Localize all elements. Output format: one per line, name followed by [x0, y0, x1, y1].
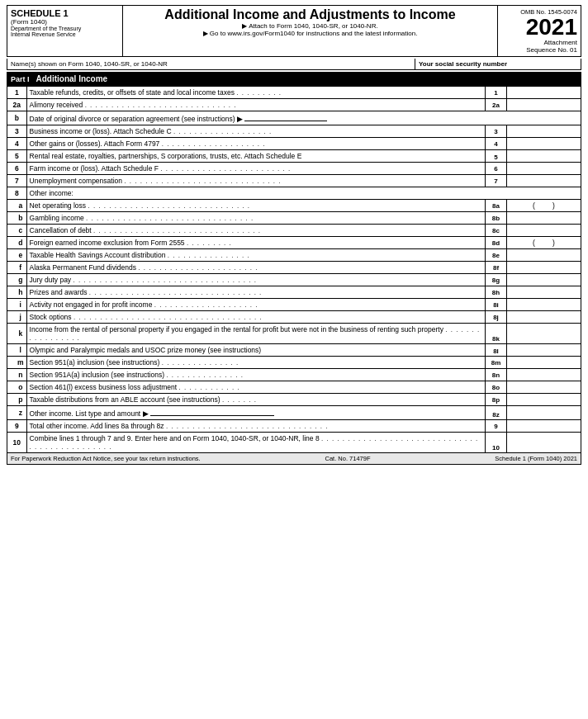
table-row: e Taxable Health Savings Account distrib… [7, 249, 581, 262]
line-num-3: 3 [7, 125, 27, 138]
input-6[interactable] [507, 163, 581, 175]
table-row: 5 Rental real estate, royalties, partner… [7, 150, 581, 163]
form-ref: (Form 1040) [11, 18, 119, 26]
line-num-8z: z [7, 406, 27, 420]
part1-label: Part I [11, 75, 30, 83]
input-3[interactable] [507, 125, 581, 138]
line-desc-8g: Jury duty pay . . . . . . . . . . . . . … [26, 274, 485, 286]
line-num-5: 5 [7, 150, 27, 163]
input-10[interactable] [507, 433, 581, 453]
line-num-4: 4 [7, 138, 27, 150]
line-num-10: 10 [7, 433, 27, 453]
table-row: z Other income. List type and amount ▶ 8… [7, 406, 581, 420]
input-1[interactable] [507, 87, 581, 99]
line-box-8p: 8p [486, 394, 507, 406]
line-box-8o: 8o [486, 381, 507, 394]
line-desc-8e: Taxable Health Savings Account distribut… [26, 249, 485, 262]
input-8a[interactable]: ( ) [507, 200, 581, 212]
line-num-8l: l [7, 344, 27, 357]
input-8c[interactable] [507, 225, 581, 237]
input-8d[interactable]: ( ) [507, 237, 581, 249]
line-box-8b: 8b [486, 212, 507, 225]
table-row: k Income from the rental of personal pro… [7, 324, 581, 344]
line-num-1: 1 [7, 87, 27, 99]
table-row: 1 Taxable refunds, credits, or offsets o… [7, 87, 581, 99]
line-desc-8c: Cancellation of debt . . . . . . . . . .… [26, 225, 485, 237]
line-desc-2b: Date of original divorce or separation a… [26, 111, 581, 125]
line-num-8a: a [7, 200, 27, 212]
line-box-2a: 2a [486, 99, 507, 111]
line-num-6: 6 [7, 163, 27, 175]
line-box-8j: 8j [486, 311, 507, 324]
table-row: g Jury duty pay . . . . . . . . . . . . … [7, 274, 581, 286]
table-row: b Gambling income . . . . . . . . . . . … [7, 212, 581, 225]
line-num-8m: m [7, 357, 27, 369]
table-row: d Foreign earned income exclusion from F… [7, 237, 581, 249]
line-num-8f: f [7, 262, 27, 274]
input-8b[interactable] [507, 212, 581, 225]
line-num-8e: e [7, 249, 27, 262]
input-8i[interactable] [507, 299, 581, 311]
line-desc-8a: Net operating loss . . . . . . . . . . .… [26, 200, 485, 212]
footer-center: Cat. No. 71479F [325, 455, 371, 462]
input-8z[interactable] [507, 406, 581, 420]
input-4[interactable] [507, 138, 581, 150]
input-8j[interactable] [507, 311, 581, 324]
input-8e[interactable] [507, 249, 581, 262]
line-desc-8z: Other income. List type and amount ▶ [26, 406, 485, 420]
input-9[interactable] [507, 420, 581, 433]
line-box-8l: 8l [486, 344, 507, 357]
footer-right: Schedule 1 (Form 1040) 2021 [495, 455, 577, 462]
line-box-8e: 8e [486, 249, 507, 262]
header-left: SCHEDULE 1 (Form 1040) Department of the… [7, 6, 123, 56]
line-box-7: 7 [486, 175, 507, 187]
line-num-8p: p [7, 394, 27, 406]
line-desc-8j: Stock options . . . . . . . . . . . . . … [26, 311, 485, 324]
input-8m[interactable] [507, 357, 581, 369]
table-row: m Section 951(a) inclusion (see instruct… [7, 357, 581, 369]
footer: For Paperwork Reduction Act Notice, see … [7, 453, 581, 465]
line-box-5: 5 [486, 150, 507, 163]
line-box-8d: 8d [486, 237, 507, 249]
part1-header: Part I Additional Income [7, 72, 581, 86]
line-box-8i: 8i [486, 299, 507, 311]
input-8k[interactable] [507, 324, 581, 344]
line-box-8g: 8g [486, 274, 507, 286]
page: SCHEDULE 1 (Form 1040) Department of the… [0, 0, 588, 470]
input-8h[interactable] [507, 286, 581, 299]
table-row: 2a Alimony received . . . . . . . . . . … [7, 99, 581, 111]
line-box-3: 3 [486, 125, 507, 138]
line-num-7: 7 [7, 175, 27, 187]
input-2a[interactable] [507, 99, 581, 111]
input-8g[interactable] [507, 274, 581, 286]
table-row: j Stock options . . . . . . . . . . . . … [7, 311, 581, 324]
table-row: 7 Unemployment compensation . . . . . . … [7, 175, 581, 187]
line-desc-8n: Section 951A(a) inclusion (see instructi… [26, 369, 485, 381]
line-desc-6: Farm income or (loss). Attach Schedule F… [26, 163, 485, 175]
input-8n[interactable] [507, 369, 581, 381]
line-num-8c: c [7, 225, 27, 237]
table-row: 10 Combine lines 1 through 7 and 9. Ente… [7, 433, 581, 453]
line-box-10: 10 [486, 433, 507, 453]
footer-left: For Paperwork Reduction Act Notice, see … [11, 455, 201, 462]
input-7[interactable] [507, 175, 581, 187]
line-box-4: 4 [486, 138, 507, 150]
input-5[interactable] [507, 150, 581, 163]
form-table: 1 Taxable refunds, credits, or offsets o… [7, 86, 581, 453]
input-8o[interactable] [507, 381, 581, 394]
input-8p[interactable] [507, 394, 581, 406]
name-row: Name(s) shown on Form 1040, 1040-SR, or … [7, 59, 581, 70]
line-desc-8k: Income from the rental of personal prope… [26, 324, 485, 344]
line-box-8c: 8c [486, 225, 507, 237]
line-box-8h: 8h [486, 286, 507, 299]
line-desc-10: Combine lines 1 through 7 and 9. Enter h… [26, 433, 485, 453]
attach-line2: ▶ Go to www.irs.gov/Form1040 for instruc… [126, 30, 494, 37]
input-8f[interactable] [507, 262, 581, 274]
line-num-8o: o [7, 381, 27, 394]
line-desc-8p: Taxable distributions from an ABLE accou… [26, 394, 485, 406]
input-8l[interactable] [507, 344, 581, 357]
schedule-title: SCHEDULE 1 [11, 8, 119, 18]
line-box-8z: 8z [486, 406, 507, 420]
attachment: Attachment [501, 39, 577, 46]
line-num-9: 9 [7, 420, 27, 433]
